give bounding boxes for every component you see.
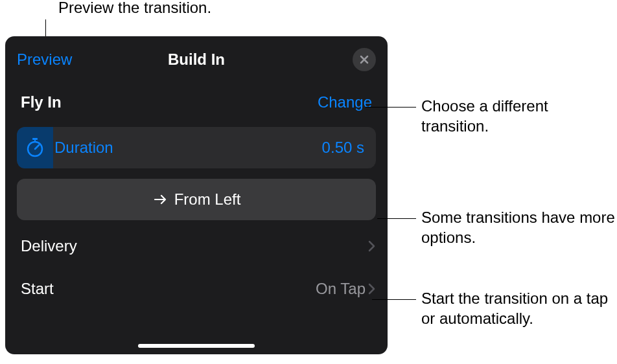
delivery-row[interactable]: Delivery — [5, 225, 388, 267]
home-indicator — [138, 344, 255, 348]
transition-row: Fly In Change — [5, 78, 388, 123]
stopwatch-icon — [26, 138, 44, 157]
callout-line — [372, 299, 416, 300]
callout-change: Choose a different transition. — [421, 96, 617, 136]
svg-rect-0 — [32, 138, 38, 140]
duration-value: 0.50 s — [322, 139, 364, 157]
callout-line — [366, 107, 416, 108]
duration-label: Duration — [54, 139, 113, 157]
svg-line-3 — [35, 145, 39, 149]
callout-start: Start the transition on a tap or automat… — [421, 288, 617, 328]
panel-title: Build In — [168, 51, 225, 69]
start-value-group: On Tap — [316, 280, 376, 298]
preview-button[interactable]: Preview — [17, 51, 72, 69]
panel-header: Preview Build In — [5, 36, 388, 78]
build-in-panel: Preview Build In Fly In Change Duration … — [5, 36, 388, 354]
direction-button[interactable]: From Left — [17, 179, 376, 220]
chevron-right-icon — [368, 240, 376, 253]
callout-direction: Some transitions have more options. — [421, 207, 617, 247]
callout-line — [377, 218, 416, 219]
duration-slider[interactable]: Duration 0.50 s — [17, 127, 376, 168]
callout-preview: Preview the transition. — [58, 0, 211, 17]
close-icon — [359, 54, 369, 65]
arrow-right-icon — [152, 193, 168, 206]
chevron-right-icon — [368, 282, 376, 295]
start-row[interactable]: Start On Tap — [5, 268, 388, 310]
direction-label: From Left — [174, 190, 241, 209]
change-button[interactable]: Change — [318, 93, 372, 111]
close-button[interactable] — [353, 48, 376, 71]
start-value: On Tap — [316, 280, 366, 298]
delivery-label: Delivery — [21, 237, 77, 255]
start-label: Start — [21, 280, 54, 298]
transition-name: Fly In — [21, 93, 62, 111]
